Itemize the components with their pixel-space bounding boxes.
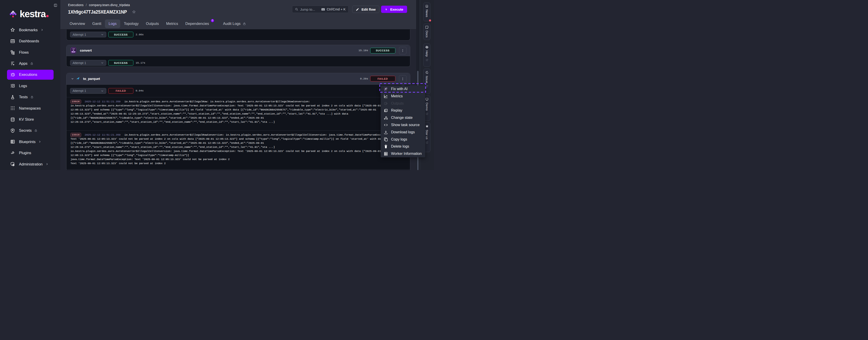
svg-text:.CSV: .CSV xyxy=(72,48,75,50)
svg-text:.ION: .ION xyxy=(72,51,74,53)
